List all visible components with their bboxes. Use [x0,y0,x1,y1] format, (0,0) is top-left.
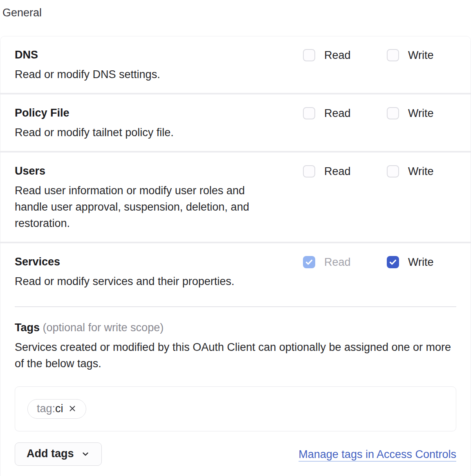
users-read-checkbox[interactable]: Read [303,164,387,178]
tags-description: Services created or modified by this OAu… [15,339,456,372]
scope-description: Read or modify DNS settings. [15,66,276,83]
checkbox[interactable] [387,49,399,61]
tags-input[interactable]: tag:ci [15,386,456,431]
scope-row-services: Services Read or modify services and the… [0,243,471,300]
services-write-checkbox[interactable]: Write [387,255,471,269]
scope-row-dns: DNS Read or modify DNS settings. Read Wr… [0,36,471,93]
write-checkbox-label: Write [408,106,434,120]
tag-name: ci [55,401,63,416]
scope-description: Read or modify services and their proper… [15,273,276,290]
checkmark-icon [388,258,397,267]
page-title: General [0,5,471,20]
read-checkbox-label: Read [324,164,351,178]
manage-tags-link[interactable]: Manage tags in Access Controls [298,447,456,462]
chevron-down-icon [81,449,90,458]
tags-optional-note: (optional for write scope) [43,321,164,334]
checkbox[interactable] [303,49,315,61]
checkbox[interactable] [303,256,315,268]
scope-title: Users [15,164,295,178]
close-icon [68,404,77,413]
write-checkbox-label: Write [408,48,434,62]
scope-description: Read user information or modify user rol… [15,182,276,231]
tag-remove-button[interactable] [68,404,77,413]
tags-section: Tags (optional for write scope) Services… [0,306,471,476]
scope-row-policy-file: Policy File Read or modify tailnet polic… [0,94,471,151]
policy-file-read-checkbox[interactable]: Read [303,106,387,120]
checkbox[interactable] [303,107,315,119]
section-divider [15,306,456,307]
scope-description: Read or modify tailnet policy file. [15,124,276,141]
write-checkbox-label: Write [408,164,434,178]
checkmark-icon [305,258,314,267]
tags-title: Tags [15,321,40,334]
tag-chip: tag:ci [27,399,86,419]
read-checkbox-label: Read [324,48,351,62]
scope-title: DNS [15,47,295,62]
general-settings-page: General DNS Read or modify DNS settings.… [0,0,471,476]
oauth-scopes-card: DNS Read or modify DNS settings. Read Wr… [0,36,471,476]
write-checkbox-label: Write [408,255,434,269]
checkbox[interactable] [387,107,399,119]
checkbox[interactable] [303,165,315,177]
tag-prefix: tag: [37,401,55,416]
read-checkbox-label: Read [324,106,351,120]
scope-title: Policy File [15,106,295,120]
policy-file-write-checkbox[interactable]: Write [387,106,471,120]
checkbox[interactable] [387,256,399,268]
read-checkbox-label: Read [324,255,351,269]
scope-title: Services [15,254,295,269]
checkbox[interactable] [387,165,399,177]
add-tags-button-label: Add tags [27,447,74,460]
dns-read-checkbox[interactable]: Read [303,48,387,62]
services-read-checkbox[interactable]: Read [303,255,387,269]
add-tags-button[interactable]: Add tags [15,442,102,466]
users-write-checkbox[interactable]: Write [387,164,471,178]
scope-row-users: Users Read user information or modify us… [0,153,471,242]
dns-write-checkbox[interactable]: Write [387,48,471,62]
